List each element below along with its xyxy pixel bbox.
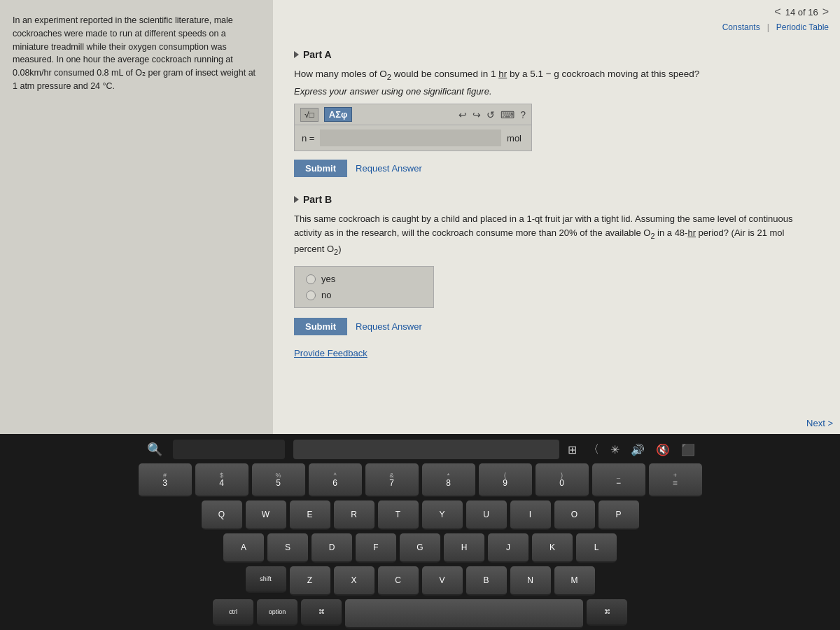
key-a[interactable]: A (223, 533, 264, 563)
key-m[interactable]: M (554, 566, 595, 596)
key-dollar-4[interactable]: $4 (195, 463, 248, 497)
key-t[interactable]: T (378, 500, 419, 530)
radio-label-yes: yes (321, 274, 335, 284)
keyboard-area: 🔍 ⊞ 〈 ✳ 🔊 🔇 ⬛ #3 $4 %5 ^6 &7 *8 (0, 434, 840, 630)
key-n[interactable]: N (510, 566, 551, 596)
key-j[interactable]: J (488, 533, 528, 563)
key-cmd-right[interactable]: ⌘ (587, 599, 627, 626)
refresh-icon[interactable]: ↺ (486, 109, 495, 120)
left-panel: In an experiment reported in the scienti… (0, 0, 273, 434)
key-minus[interactable]: _− (592, 463, 645, 497)
key-r[interactable]: R (334, 500, 374, 530)
screen-icon[interactable]: ⊞ (568, 443, 577, 456)
back-icon[interactable]: 〈 (588, 442, 599, 457)
radio-option-yes[interactable]: yes (306, 274, 422, 284)
key-p[interactable]: P (598, 500, 639, 530)
part-b-header: Part B (294, 194, 819, 205)
keyboard-icon[interactable]: ⌨ (500, 109, 514, 120)
content-area: In an experiment reported in the scienti… (0, 0, 840, 434)
letter-row-1: Q W E R T Y U I O P (202, 500, 639, 530)
key-hash-3[interactable]: #3 (139, 463, 192, 497)
key-q[interactable]: Q (202, 500, 242, 530)
formula-toolbar: √□ ΑΣφ ↩ ↪ ↺ ⌨ ? (294, 104, 532, 125)
volume-icon[interactable]: 🔊 (631, 443, 645, 456)
key-l[interactable]: L (576, 533, 617, 563)
key-x[interactable]: X (334, 566, 374, 596)
settings-icon[interactable]: ✳ (610, 443, 620, 456)
btn-row-b: Submit Request Answer (294, 318, 819, 335)
prev-page-button[interactable]: < (774, 6, 780, 18)
page-count: 14 of 16 (785, 7, 818, 18)
sigma-button[interactable]: ΑΣφ (324, 107, 353, 122)
display-bar (173, 440, 285, 459)
redo-icon[interactable]: ↪ (472, 109, 481, 120)
help-icon[interactable]: ? (520, 109, 526, 120)
key-caret-6[interactable]: ^6 (309, 463, 362, 497)
key-o[interactable]: O (554, 500, 595, 530)
periodic-table-link[interactable]: Periodic Table (776, 22, 829, 32)
submit-button-b[interactable]: Submit (294, 318, 347, 335)
letter-row-3: shift Z X C V B N M (246, 566, 595, 596)
key-z[interactable]: Z (290, 566, 330, 596)
part-a-label: Part A (303, 49, 332, 60)
key-option[interactable]: option (257, 599, 298, 626)
part-a-header: Part A (294, 49, 819, 60)
system-icons: ⊞ 〈 ✳ 🔊 🔇 ⬛ (568, 442, 695, 457)
request-answer-button-b[interactable]: Request Answer (356, 321, 422, 332)
next-button[interactable]: Next > (806, 418, 833, 428)
answer-row-a: n = mol (294, 125, 532, 151)
key-k[interactable]: K (532, 533, 573, 563)
constants-link[interactable]: Constants (722, 22, 760, 32)
feedback-link[interactable]: Provide Feedback (294, 348, 368, 358)
mute-icon[interactable]: 🔇 (656, 443, 670, 456)
radio-option-no[interactable]: no (306, 290, 422, 300)
submit-button-a[interactable]: Submit (294, 160, 347, 177)
number-row: #3 $4 %5 ^6 &7 *8 (9 )0 _− += (139, 463, 702, 497)
key-u[interactable]: U (466, 500, 507, 530)
key-amp-7[interactable]: &7 (365, 463, 419, 497)
page-navigation: < 14 of 16 > (774, 6, 829, 18)
key-lparen-9[interactable]: (9 (479, 463, 532, 497)
key-g[interactable]: G (400, 533, 440, 563)
key-rparen-0[interactable]: )0 (536, 463, 589, 497)
key-s[interactable]: S (267, 533, 308, 563)
power-icon[interactable]: ⬛ (681, 443, 695, 456)
express-instruction: Express your answer using one significan… (294, 86, 819, 97)
next-page-button[interactable]: > (822, 6, 829, 18)
key-space[interactable] (345, 599, 583, 629)
key-f[interactable]: F (356, 533, 396, 563)
letter-row-2: A S D F G H J K L (223, 533, 617, 563)
bottom-row: ctrl option ⌘ ⌘ (213, 599, 627, 629)
key-e[interactable]: E (290, 500, 330, 530)
request-answer-button-a[interactable]: Request Answer (356, 163, 422, 174)
search-icon[interactable]: 🔍 (145, 440, 164, 459)
key-h[interactable]: H (444, 533, 484, 563)
answer-input-a[interactable] (320, 130, 501, 146)
key-star-8[interactable]: *8 (422, 463, 475, 497)
key-d[interactable]: D (312, 533, 352, 563)
collapse-triangle-b[interactable] (294, 196, 299, 203)
collapse-triangle-a[interactable] (294, 51, 299, 58)
undo-icon[interactable]: ↩ (458, 109, 467, 120)
key-c[interactable]: C (378, 566, 419, 596)
btn-row-a: Submit Request Answer (294, 160, 819, 177)
key-shift[interactable]: shift (246, 566, 286, 593)
key-ctrl[interactable]: ctrl (213, 599, 253, 626)
key-percent-5[interactable]: %5 (252, 463, 305, 497)
input-bar[interactable] (293, 440, 559, 459)
part-a-question: How many moles of O2 would be consumed i… (294, 67, 819, 83)
key-y[interactable]: Y (422, 500, 463, 530)
keyboard-top-bar: 🔍 ⊞ 〈 ✳ 🔊 🔇 ⬛ (0, 440, 840, 459)
answer-label-a: n = (302, 133, 314, 144)
key-cmd-left[interactable]: ⌘ (301, 599, 342, 626)
right-panel: < 14 of 16 > Constants | Periodic Table … (273, 0, 840, 434)
key-w[interactable]: W (246, 500, 286, 530)
key-v[interactable]: V (422, 566, 463, 596)
radio-label-no: no (321, 290, 331, 300)
key-i[interactable]: I (510, 500, 551, 530)
radio-box: yes no (294, 266, 434, 308)
sqrt-button[interactable]: √□ (300, 108, 318, 122)
key-plus[interactable]: += (649, 463, 702, 497)
key-b[interactable]: B (466, 566, 507, 596)
links-bar: Constants | Periodic Table (722, 22, 829, 32)
